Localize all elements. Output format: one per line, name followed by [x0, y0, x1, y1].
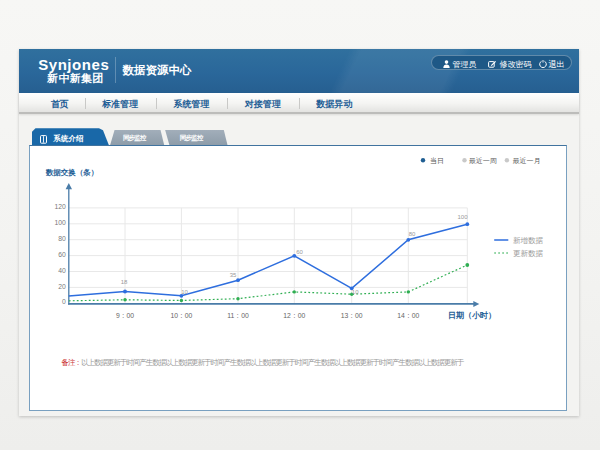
svg-text:18: 18: [120, 280, 127, 286]
svg-text:80: 80: [408, 231, 415, 237]
svg-text:数据交换（条）: 数据交换（条）: [44, 168, 98, 177]
svg-text:80: 80: [58, 235, 66, 242]
svg-text:40: 40: [58, 267, 66, 274]
svg-text:更新数据: 更新数据: [513, 249, 544, 258]
svg-text:100: 100: [457, 214, 468, 220]
svg-text:10: 10: [351, 289, 358, 295]
svg-text:最近一月: 最近一月: [512, 157, 540, 165]
svg-text:最近一周: 最近一周: [468, 157, 496, 164]
svg-text:9：00: 9：00: [115, 312, 133, 319]
svg-text:13：00: 13：00: [340, 312, 362, 319]
svg-text:日期（小时）: 日期（小时）: [448, 312, 496, 321]
svg-text:当日: 当日: [430, 157, 444, 165]
svg-text:0: 0: [62, 298, 66, 305]
svg-text:11：00: 11：00: [227, 312, 249, 319]
svg-text:60: 60: [296, 249, 303, 255]
svg-text:60: 60: [58, 251, 66, 258]
svg-text:10: 10: [181, 290, 188, 296]
svg-text:14：00: 14：00: [397, 312, 419, 319]
svg-text:35: 35: [229, 272, 236, 278]
svg-text:100: 100: [54, 219, 66, 226]
svg-text:12：00: 12：00: [283, 312, 305, 319]
svg-text:10：00: 10：00: [170, 312, 192, 319]
svg-text:20: 20: [58, 283, 66, 290]
svg-text:120: 120: [54, 203, 66, 210]
svg-text:新增数据: 新增数据: [513, 236, 544, 245]
